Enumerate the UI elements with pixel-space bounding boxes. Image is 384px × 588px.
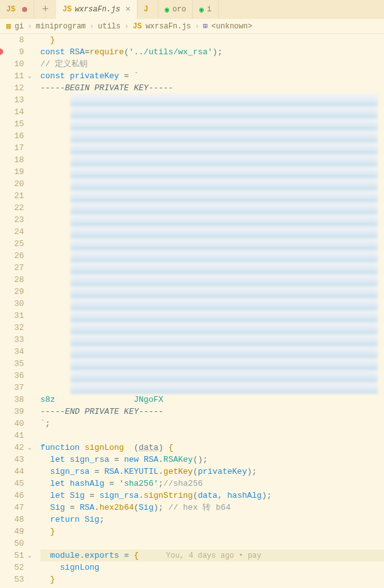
line-number: 47	[0, 502, 24, 514]
chevron-right-icon: ›	[195, 22, 199, 31]
line-number: 19	[0, 166, 24, 178]
line-number: 40	[0, 418, 24, 430]
git-blame-annotation: You, 4 days ago • pay	[139, 551, 261, 560]
code-line: signLong	[40, 562, 384, 573]
line-number: 18	[0, 154, 24, 166]
line-number: 37	[0, 382, 24, 394]
js-icon: JS	[62, 5, 71, 14]
editor-tabs: JS + JS wxrsaFn.js × J ◉ oro ◉ i	[0, 0, 384, 19]
breadcrumb-item[interactable]: gi	[15, 22, 23, 31]
line-number: 26	[0, 250, 24, 262]
code-line: -----END PRIVATE KEY-----	[40, 406, 384, 418]
wechat-icon: ◉	[165, 5, 169, 15]
line-number: 38	[0, 394, 24, 406]
line-number: 15	[0, 118, 24, 130]
line-number: 23	[0, 214, 24, 226]
line-number: 22	[0, 202, 24, 214]
code-line: Sig = RSA.hex2b64(Sig); // hex 转 b64	[40, 502, 384, 514]
line-number: 48	[0, 514, 24, 526]
line-number: 30	[0, 298, 24, 310]
breadcrumb-item[interactable]: miniprogram	[36, 22, 86, 31]
code-line	[40, 430, 384, 442]
code-line: sign_rsa = RSA.KEYUTIL.getKey(privateKey…	[40, 466, 384, 478]
breadcrumb-item[interactable]: <unknown>	[211, 22, 252, 31]
line-number: 53	[0, 573, 24, 585]
line-number: 10	[0, 58, 24, 70]
close-icon[interactable]: ×	[125, 4, 131, 15]
code-line: let Sig = sign_rsa.signString(data, hash…	[40, 490, 384, 502]
line-number: 39	[0, 406, 24, 418]
code-line: -----BEGIN PRIVATE KEY-----	[40, 82, 384, 94]
redacted-region	[71, 94, 378, 394]
breadcrumb: ▦ gi › miniprogram › utils › JS wxrsaFn.…	[0, 19, 384, 34]
breadcrumb-root-icon: ▦	[6, 21, 11, 31]
line-number: 9	[0, 46, 24, 58]
wechat-icon: ◉	[199, 5, 204, 15]
line-number: 51⌄	[0, 550, 24, 562]
code-line: }	[40, 573, 384, 585]
code-line: }	[40, 526, 384, 538]
js-icon: JS	[132, 22, 141, 31]
tab-item[interactable]: J	[137, 0, 158, 19]
code-line	[40, 538, 384, 550]
brackets-icon: ⊞	[203, 21, 207, 31]
modified-icon	[22, 7, 27, 12]
line-number: 16	[0, 130, 24, 142]
js-icon: JS	[6, 5, 15, 14]
chevron-right-icon: ›	[124, 22, 129, 31]
tab-item[interactable]: ◉ i	[193, 0, 218, 19]
line-number: 42⌄	[0, 442, 24, 454]
line-number: 27	[0, 262, 24, 274]
line-number: 20	[0, 178, 24, 190]
new-tab-button[interactable]: +	[34, 3, 56, 16]
line-number: 13	[0, 94, 24, 106]
code-line: return Sig;	[40, 514, 384, 526]
code-area[interactable]: } const RSA=require('../utils/wx_rsa'); …	[30, 34, 384, 587]
code-line: `;	[40, 418, 384, 430]
js-icon: J	[144, 5, 148, 14]
tab-item[interactable]: JS	[0, 0, 34, 19]
code-editor[interactable]: 8 9 10 11⌄ 12 13 14 15 16 17 18 19 20 21…	[0, 34, 384, 587]
line-number: 35	[0, 358, 24, 370]
code-line: function signLong (data) {	[40, 442, 384, 454]
line-number: 21	[0, 190, 24, 202]
tab-label: wxrsaFn.js	[75, 5, 120, 14]
tab-item[interactable]: ◉ oro	[158, 0, 193, 19]
chevron-right-icon: ›	[28, 22, 32, 31]
line-number: 25	[0, 238, 24, 250]
line-number: 45	[0, 478, 24, 490]
gutter: 8 9 10 11⌄ 12 13 14 15 16 17 18 19 20 21…	[0, 34, 30, 587]
breadcrumb-item[interactable]: utils	[98, 22, 120, 31]
line-number: 32	[0, 322, 24, 334]
line-number: 46	[0, 490, 24, 502]
code-line: const RSA=require('../utils/wx_rsa');	[40, 46, 384, 58]
breadcrumb-item[interactable]: wxrsaFn.js	[146, 22, 191, 31]
code-line: s8z JNgoFX	[40, 394, 384, 406]
line-number: 24	[0, 226, 24, 238]
line-number: 14	[0, 106, 24, 118]
breakpoint-icon[interactable]	[0, 49, 3, 55]
code-line: let hashAlg = 'sha256';//sha256	[40, 478, 384, 490]
line-number: 44	[0, 466, 24, 478]
code-line: let sign_rsa = new RSA.RSAKey();	[40, 454, 384, 466]
line-number: 52	[0, 562, 24, 573]
line-number: 50	[0, 538, 24, 550]
tab-label: oro	[172, 5, 186, 14]
line-number: 12	[0, 82, 24, 94]
line-number: 43	[0, 454, 24, 466]
chevron-right-icon: ›	[90, 22, 94, 31]
line-number: 49	[0, 526, 24, 538]
line-number: 41	[0, 430, 24, 442]
tab-label: i	[207, 5, 211, 14]
line-number: 33	[0, 334, 24, 346]
line-number: 31	[0, 310, 24, 322]
line-number: 17	[0, 142, 24, 154]
code-line: const privateKey = `	[40, 70, 384, 82]
line-number: 11⌄	[0, 70, 24, 82]
line-number: 8	[0, 34, 24, 46]
code-line: // 定义私钥	[40, 58, 384, 70]
line-number: 34	[0, 346, 24, 358]
tab-item-active[interactable]: JS wxrsaFn.js ×	[56, 0, 137, 19]
code-line: }	[40, 34, 384, 46]
code-line: module.exports = { You, 4 days ago • pay	[40, 550, 384, 562]
